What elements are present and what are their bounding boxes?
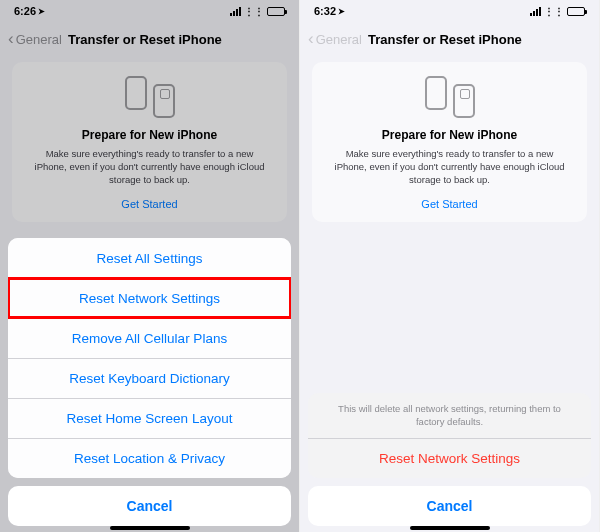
battery-icon	[567, 7, 585, 16]
screenshot-right: 6:32 ➤ ⋮⋮ ‹ General Transfer or Reset iP…	[300, 0, 600, 532]
screenshot-left: 6:26 ➤ ⋮⋮ ‹ General Transfer or Reset iP…	[0, 0, 300, 532]
location-icon: ➤	[338, 7, 345, 16]
card-desc: Make sure everything's ready to transfer…	[322, 148, 577, 186]
reset-home-screen-layout[interactable]: Reset Home Screen Layout	[8, 398, 291, 438]
prepare-card: Prepare for New iPhone Make sure everyth…	[312, 62, 587, 222]
back-chevron-icon[interactable]: ‹	[308, 29, 314, 49]
signal-icon	[530, 7, 541, 16]
reset-location-privacy[interactable]: Reset Location & Privacy	[8, 438, 291, 478]
home-indicator[interactable]	[410, 526, 490, 530]
back-button[interactable]: General	[316, 32, 362, 47]
confirm-message: This will delete all network settings, r…	[308, 393, 591, 438]
home-indicator[interactable]	[110, 526, 190, 530]
card-title: Prepare for New iPhone	[322, 128, 577, 142]
remove-all-cellular-plans[interactable]: Remove All Cellular Plans	[8, 318, 291, 358]
nav-header: ‹ General Transfer or Reset iPhone	[300, 22, 599, 56]
status-time: 6:32	[314, 5, 336, 17]
page-title: Transfer or Reset iPhone	[368, 32, 522, 47]
reset-keyboard-dictionary[interactable]: Reset Keyboard Dictionary	[8, 358, 291, 398]
reset-action-sheet: Reset All Settings Reset Network Setting…	[8, 238, 291, 526]
devices-icon	[322, 76, 577, 118]
reset-network-settings[interactable]: Reset Network Settings	[8, 278, 291, 318]
confirm-reset-network-settings[interactable]: Reset Network Settings	[308, 438, 591, 478]
cancel-button[interactable]: Cancel	[308, 486, 591, 526]
status-bar: 6:32 ➤ ⋮⋮	[300, 0, 599, 22]
get-started-link[interactable]: Get Started	[421, 198, 477, 210]
wifi-icon: ⋮⋮	[544, 6, 564, 17]
reset-all-settings[interactable]: Reset All Settings	[8, 238, 291, 278]
confirm-action-sheet: This will delete all network settings, r…	[308, 393, 591, 526]
cancel-button[interactable]: Cancel	[8, 486, 291, 526]
